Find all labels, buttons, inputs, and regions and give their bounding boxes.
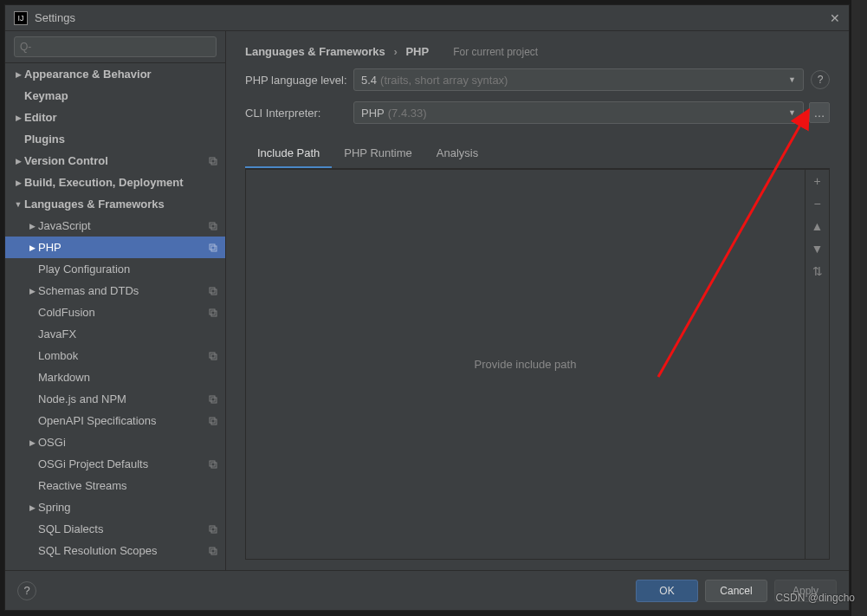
footer: ? OK Cancel Apply	[5, 570, 849, 610]
sidebar-item-label: Keymap	[24, 89, 218, 102]
help-button[interactable]: ?	[17, 581, 36, 600]
svg-rect-10	[210, 353, 215, 358]
copy-icon	[208, 416, 218, 426]
svg-rect-8	[210, 309, 215, 314]
expand-icon: ▶	[12, 178, 24, 187]
sidebar-item-keymap[interactable]: Keymap	[5, 85, 225, 107]
chevron-right-icon: ›	[393, 45, 397, 58]
sidebar-item-php[interactable]: ▶PHP	[5, 237, 225, 258]
move-down-button[interactable]: ▼	[812, 243, 824, 255]
sidebar-item-editor[interactable]: ▶Editor	[5, 107, 225, 128]
expand-icon: ▶	[12, 157, 24, 165]
language-level-row: PHP language level: 5.4 (traits, short a…	[245, 68, 830, 91]
svg-rect-0	[210, 158, 215, 163]
svg-rect-12	[210, 396, 215, 401]
sidebar-item-label: JavaScript	[38, 219, 208, 232]
sidebar: ▶Appearance & BehaviorKeymap▶EditorPlugi…	[5, 31, 226, 570]
copy-icon	[208, 156, 218, 166]
cli-hint: (7.4.33)	[388, 107, 427, 120]
sidebar-item-coldfusion[interactable]: ColdFusion	[5, 302, 225, 323]
watermark: CSDN @dingcho	[775, 592, 855, 604]
sidebar-item-sql-dialects[interactable]: SQL Dialects	[5, 518, 225, 540]
app-icon: IJ	[14, 11, 28, 25]
language-level-dropdown[interactable]: 5.4 (traits, short array syntax) ▼	[353, 68, 804, 91]
svg-rect-3	[211, 224, 217, 230]
svg-rect-19	[211, 528, 217, 533]
sidebar-item-label: SQL Dialects	[38, 522, 208, 535]
sidebar-item-version-control[interactable]: ▶Version Control	[5, 150, 225, 172]
sidebar-item-label: Reactive Streams	[38, 479, 218, 492]
search-input[interactable]	[14, 36, 217, 57]
sidebar-item-build-execution-deployment[interactable]: ▶Build, Execution, Deployment	[5, 172, 225, 193]
expand-icon: ▶	[26, 438, 38, 447]
sidebar-item-languages-frameworks[interactable]: ▼Languages & Frameworks	[5, 193, 225, 215]
sidebar-item-lombok[interactable]: Lombok	[5, 345, 225, 366]
copy-icon	[208, 243, 218, 253]
close-icon[interactable]: ✕	[830, 11, 840, 25]
expand-icon: ▶	[12, 70, 24, 79]
svg-rect-16	[210, 461, 215, 466]
settings-window: IJ Settings ✕ ▶Appearance & BehaviorKeym…	[4, 4, 850, 611]
sidebar-item-label: Spring	[38, 501, 218, 514]
cli-dropdown[interactable]: PHP (7.4.33) ▼	[353, 101, 804, 124]
sidebar-item-label: OpenAPI Specifications	[38, 414, 208, 427]
sidebar-item-javascript[interactable]: ▶JavaScript	[5, 215, 225, 237]
svg-rect-9	[211, 311, 217, 316]
titlebar: IJ Settings ✕	[5, 5, 849, 31]
sidebar-item-schemas-and-dtds[interactable]: ▶Schemas and DTDs	[5, 280, 225, 302]
browse-button[interactable]: …	[809, 102, 830, 123]
svg-rect-20	[210, 548, 215, 553]
sidebar-item-spring[interactable]: ▶Spring	[5, 496, 225, 518]
svg-rect-5	[211, 246, 217, 251]
svg-rect-14	[210, 418, 215, 423]
settings-tree[interactable]: ▶Appearance & BehaviorKeymap▶EditorPlugi…	[5, 63, 225, 570]
sort-button[interactable]: ⇅	[812, 265, 823, 277]
svg-rect-13	[211, 398, 217, 403]
sidebar-item-node-js-and-npm[interactable]: Node.js and NPM	[5, 388, 225, 410]
sidebar-item-label: Play Configuration	[38, 263, 218, 276]
tab-php-runtime[interactable]: PHP Runtime	[332, 139, 424, 168]
sidebar-item-appearance-behavior[interactable]: ▶Appearance & Behavior	[5, 63, 225, 85]
breadcrumb: Languages & Frameworks › PHP	[245, 45, 429, 58]
sidebar-item-osgi-project-defaults[interactable]: OSGi Project Defaults	[5, 453, 225, 475]
cli-value: PHP	[361, 107, 385, 120]
cancel-button[interactable]: Cancel	[705, 580, 767, 602]
breadcrumb-leaf: PHP	[405, 45, 429, 58]
sidebar-item-label: SQL Resolution Scopes	[38, 544, 208, 557]
expand-icon: ▶	[26, 503, 38, 512]
sidebar-item-label: OSGi	[38, 436, 218, 449]
svg-rect-17	[211, 463, 217, 468]
sidebar-item-label: Node.js and NPM	[38, 392, 208, 405]
sidebar-item-label: PHP	[38, 241, 208, 254]
sidebar-item-label: Version Control	[24, 154, 208, 167]
sidebar-item-reactive-streams[interactable]: Reactive Streams	[5, 475, 225, 496]
sidebar-item-openapi-specifications[interactable]: OpenAPI Specifications	[5, 410, 225, 431]
language-level-label: PHP language level:	[245, 74, 353, 87]
svg-rect-21	[211, 549, 217, 554]
expand-icon: ▶	[26, 243, 38, 252]
expand-icon: ▶	[26, 287, 38, 295]
copy-icon	[208, 459, 218, 470]
remove-button[interactable]: −	[813, 198, 820, 210]
tab-include-path[interactable]: Include Path	[245, 139, 332, 168]
move-up-button[interactable]: ▲	[812, 220, 824, 232]
copy-icon	[208, 351, 218, 361]
chevron-down-icon: ▼	[788, 75, 796, 84]
breadcrumb-root[interactable]: Languages & Frameworks	[245, 45, 385, 58]
tab-analysis[interactable]: Analysis	[424, 139, 490, 168]
sidebar-item-label: JavaFX	[38, 327, 218, 340]
include-path-panel: Provide include path + − ▲ ▼ ⇅	[245, 169, 830, 560]
add-button[interactable]: +	[813, 175, 820, 187]
sidebar-item-sql-resolution-scopes[interactable]: SQL Resolution Scopes	[5, 540, 225, 561]
sidebar-item-osgi[interactable]: ▶OSGi	[5, 431, 225, 453]
window-title: Settings	[35, 11, 830, 24]
ok-button[interactable]: OK	[636, 580, 698, 602]
sidebar-item-javafx[interactable]: JavaFX	[5, 323, 225, 345]
sidebar-item-plugins[interactable]: Plugins	[5, 128, 225, 150]
sidebar-item-markdown[interactable]: Markdown	[5, 366, 225, 388]
search-container	[5, 31, 225, 63]
sidebar-item-play-configuration[interactable]: Play Configuration	[5, 258, 225, 280]
help-icon[interactable]: ?	[811, 70, 830, 89]
include-path-toolbar: + − ▲ ▼ ⇅	[805, 170, 829, 559]
expand-icon: ▶	[26, 222, 38, 230]
